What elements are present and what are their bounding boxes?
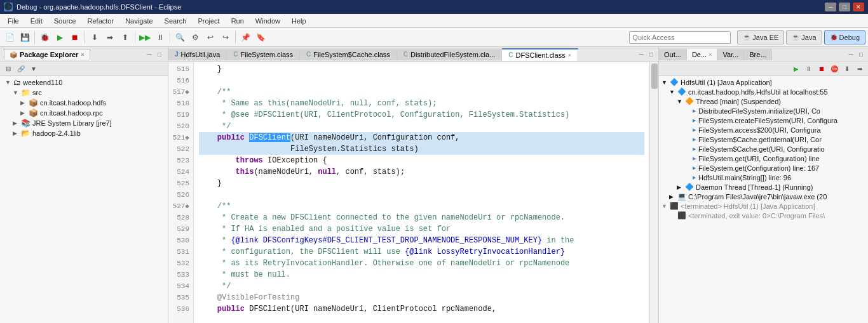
debug-button[interactable]: 🐞 <box>37 30 51 44</box>
code-line-531: * configuration, the DFSClient will use … <box>199 246 644 258</box>
link-editor-button[interactable]: 🔗 <box>15 63 27 75</box>
tab-filesystem-cache[interactable]: C FileSystem$Cache.class <box>300 49 397 60</box>
menu-window[interactable]: Window <box>250 16 285 26</box>
line-num: 534 <box>172 280 189 292</box>
menu-help[interactable]: Help <box>287 16 311 26</box>
no-arrow <box>684 146 691 152</box>
collapse-all-button[interactable]: ⊟ <box>3 63 14 75</box>
java-icon: ☕ <box>792 34 799 41</box>
debug-app-hdfsutil[interactable]: ▼ 🔷 HdfsUtil (1) [Java Application] <box>659 77 868 87</box>
menu-search[interactable]: Search <box>159 16 192 26</box>
maximize-editor-button[interactable]: □ <box>647 50 656 59</box>
debug-thread-main[interactable]: ▼ 🔶 Thread [main] (Suspended) <box>659 96 868 106</box>
tab-close[interactable]: × <box>568 52 571 58</box>
expand-arrow: ▼ <box>5 79 11 86</box>
toolbar-btn-extra6[interactable]: 🔖 <box>254 30 268 44</box>
step-over-button[interactable]: ➡ <box>103 30 117 44</box>
debug-frame-getinternal[interactable]: ▸ FileSystem$Cache.getInternal(URI, Cor <box>659 135 868 144</box>
debug-step-into-button[interactable]: ⬇ <box>841 63 853 75</box>
tree-item-weekend110[interactable]: ▼ 🗂 weekend110 <box>0 77 168 88</box>
debug-suspend-button[interactable]: ⏸ <box>803 63 815 75</box>
debug-frame-fsgeturi[interactable]: ▸ FileSystem.get(URI, Configuration) lin… <box>659 154 868 163</box>
toolbar-btn-extra5[interactable]: 📌 <box>238 30 252 44</box>
menu-source[interactable]: Source <box>49 16 81 26</box>
debug-frame-createfs[interactable]: ▸ FileSystem.createFileSystem(URI, Confi… <box>659 115 868 125</box>
tab-bre[interactable]: Bre... <box>744 49 771 60</box>
new-button[interactable]: 📄 <box>3 30 17 44</box>
debug-disconnect-button[interactable]: ⛔ <box>829 63 840 75</box>
debug-terminated-app[interactable]: ▼ ⬛ <terminated> HdfsUtil (1) [Java Appl… <box>659 201 868 211</box>
minimize-editor-button[interactable]: ─ <box>637 50 646 59</box>
tab-dfsclient[interactable]: C DFSClient.class × <box>502 48 578 61</box>
debug-javaw-proc[interactable]: ▶ 💻 C:\Program Files\Java\jre7\bin\javaw… <box>659 192 868 201</box>
tab-debug-close[interactable]: × <box>709 51 712 58</box>
maximize-panel-button[interactable]: □ <box>155 50 164 59</box>
line-num: 527◆ <box>172 201 189 212</box>
close-button[interactable]: ✕ <box>853 3 864 11</box>
minimize-panel-button[interactable]: ─ <box>145 50 154 59</box>
debug-frame-access200[interactable]: ▸ FileSystem.access$200(URI, Configura <box>659 125 868 135</box>
tab-debug[interactable]: De... × <box>687 49 718 60</box>
tab-distributedfs[interactable]: C DistributedFileSystem.cla... <box>397 49 503 60</box>
terminated-icon: ⬛ <box>677 211 686 220</box>
step-into-button[interactable]: ⬇ <box>88 30 102 44</box>
toolbar-btn-extra2[interactable]: ⚙ <box>188 30 202 44</box>
minimize-debug-button[interactable]: ─ <box>846 50 855 59</box>
menu-project[interactable]: Project <box>193 16 224 26</box>
scrollbar-thumb[interactable] <box>651 63 658 89</box>
perspective-java-ee[interactable]: ☕ Java EE <box>737 30 784 44</box>
tab-hdfsutil[interactable]: J HdfsUtil.java <box>168 49 227 60</box>
toolbar-search <box>629 31 731 44</box>
debug-frame-cacheget[interactable]: ▸ FileSystem$Cache.get(URI, Configuratio <box>659 144 868 154</box>
quick-access-input[interactable] <box>629 31 731 44</box>
class-file-icon: C <box>233 51 238 58</box>
package-explorer-close[interactable]: × <box>81 51 84 58</box>
tree-item-rpc-pkg[interactable]: ▶ 📦 cn.itcast.hadoop.rpc <box>0 108 168 118</box>
toolbar-btn-extra3[interactable]: ↩ <box>203 30 217 44</box>
maximize-button[interactable]: □ <box>839 3 850 11</box>
debug-stop-button[interactable]: ⏹ <box>816 63 827 75</box>
tree-item-hdfs-pkg[interactable]: ▶ 📦 cn.itcast.hadoop.hdfs <box>0 98 168 108</box>
run-button[interactable]: ▶ <box>53 30 67 44</box>
save-button[interactable]: 💾 <box>18 30 32 44</box>
code-content[interactable]: } /** * Same as this(nameNodeUri, null, … <box>194 62 649 323</box>
perspective-java[interactable]: ☕ Java <box>786 30 822 44</box>
line-num: 528 <box>172 212 189 223</box>
line-num: 526 <box>172 189 189 201</box>
debug-step-over-button[interactable]: ➡ <box>854 63 865 75</box>
debug-daemon-thread[interactable]: ▶ 🔷 Daemon Thread [Thread-1] (Running) <box>659 182 868 192</box>
debug-resume-button[interactable]: ▶ <box>790 63 802 75</box>
toolbar-btn-extra4[interactable]: ↪ <box>219 30 233 44</box>
tab-var[interactable]: Var... <box>717 49 744 60</box>
menu-navigate[interactable]: Navigate <box>120 16 158 26</box>
stop-button[interactable]: ⏹ <box>68 30 82 44</box>
stack-frame-icon: ▸ <box>693 107 696 115</box>
tab-out[interactable]: Out... <box>659 49 687 60</box>
debug-frame-hdfsutil-main[interactable]: ▸ HdfsUtil.main(String[]) line: 96 <box>659 173 868 182</box>
tree-item-src[interactable]: ▼ 📁 src <box>0 88 168 98</box>
debug-frame-distributedinit[interactable]: ▸ DistributedFileSystem.initialize(URI, … <box>659 106 868 115</box>
menu-run[interactable]: Run <box>226 16 249 26</box>
toolbar-btn-extra1[interactable]: 🔍 <box>173 30 187 44</box>
step-return-button[interactable]: ⬆ <box>118 30 132 44</box>
package-explorer-tab[interactable]: 📦 Package Explorer × <box>4 49 90 60</box>
suspend-button[interactable]: ⏸ <box>153 30 167 44</box>
resume-button[interactable]: ▶▶ <box>138 30 152 44</box>
tab-filesystem[interactable]: C FileSystem.class <box>227 49 300 60</box>
tree-item-hadoop-lib[interactable]: ▶ 📂 hadoop-2.4.1lib <box>0 128 168 138</box>
maximize-debug-button[interactable]: □ <box>857 50 865 59</box>
minimize-button[interactable]: ─ <box>825 3 836 11</box>
debug-cn-itcast[interactable]: ▼ 🔷 cn.itcast.hadoop.hdfs.HdfsUtil at lo… <box>659 87 868 96</box>
code-line-526 <box>199 189 644 201</box>
code-editor: 515 516 517◆ 518 519 520 521◆ 522 523 52… <box>168 62 658 323</box>
menu-file[interactable]: File <box>3 16 24 26</box>
debug-frame-fsgetconf[interactable]: ▸ FileSystem.get(Configuration) line: 16… <box>659 163 868 173</box>
menu-refactor[interactable]: Refactor <box>83 16 119 26</box>
debug-item-label: Daemon Thread [Thread-1] (Running) <box>696 183 813 191</box>
tree-item-jre[interactable]: ▶ 📚 JRE System Library [jre7] <box>0 118 168 128</box>
debug-terminated-exit[interactable]: ⬛ <terminated, exit value: 0>C:\Program … <box>659 211 868 220</box>
menu-edit[interactable]: Edit <box>25 16 48 26</box>
perspective-debug[interactable]: 🐞 Debug <box>824 30 865 44</box>
view-menu-button[interactable]: ▼ <box>28 63 39 75</box>
vertical-scrollbar[interactable] <box>649 62 658 323</box>
